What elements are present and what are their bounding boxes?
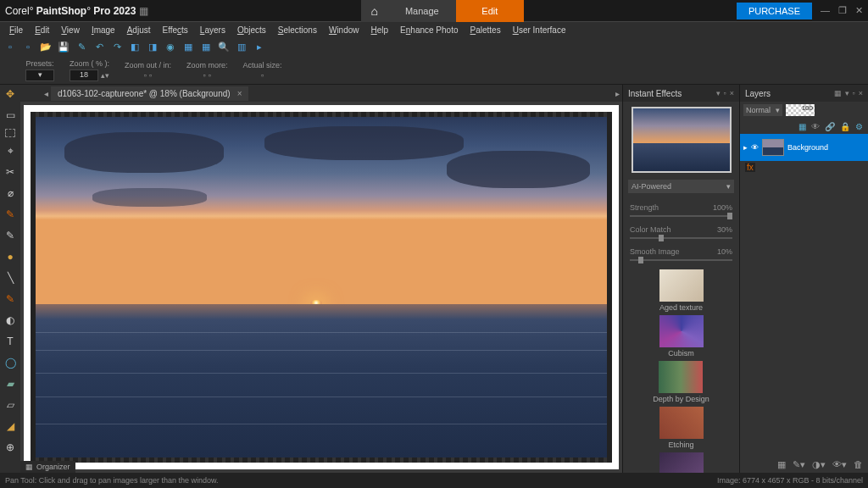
redo-icon[interactable]: ↷ xyxy=(110,40,124,53)
effect-etching[interactable]: Etching xyxy=(659,407,704,449)
colormatch-slider[interactable] xyxy=(630,237,732,239)
zoom-in-icon[interactable]: ▫ xyxy=(149,71,152,80)
aquire-icon[interactable]: ▦ xyxy=(181,40,195,53)
layer-settings-icon[interactable]: ⚙ xyxy=(855,122,863,131)
menu-effects[interactable]: Effects xyxy=(156,24,193,36)
menu-help[interactable]: Help xyxy=(365,24,395,36)
actual-size-icon[interactable]: ▫ xyxy=(261,71,264,80)
open-multi-icon[interactable]: ▫ xyxy=(21,40,35,53)
tab-next[interactable]: ▸ xyxy=(612,89,622,98)
menu-palettes[interactable]: Palettes xyxy=(465,24,507,36)
maximize-icon[interactable]: ❐ xyxy=(838,5,847,16)
zoom-more-out-icon[interactable]: ▫ xyxy=(203,71,206,80)
tab-prev[interactable]: ◂ xyxy=(41,89,51,98)
menu-window[interactable]: Window xyxy=(323,24,365,36)
paintbrush-tool[interactable]: ✎ xyxy=(3,291,18,307)
panel-menu-icon[interactable]: ▾ xyxy=(716,89,721,97)
menu-edit[interactable]: Edit xyxy=(29,24,55,36)
presets-dd[interactable]: ▾ xyxy=(25,69,54,81)
ly-brush-icon[interactable]: ✎▾ xyxy=(793,459,805,470)
seascript-icon[interactable]: ✎ xyxy=(75,40,88,53)
menu-enhance[interactable]: Enhance Photo xyxy=(394,24,464,36)
menu-view[interactable]: View xyxy=(55,24,86,36)
resize-icon[interactable]: ◨ xyxy=(146,40,159,53)
more-icon[interactable]: ▸ xyxy=(253,40,266,53)
zoom-out-icon[interactable]: ▫ xyxy=(144,71,147,80)
stepper-icon[interactable]: ▴▾ xyxy=(101,71,109,80)
lighten-tool[interactable]: ◐ xyxy=(3,313,18,328)
effect-depth-by-design[interactable]: Depth by Design xyxy=(653,361,709,403)
panel-close-icon[interactable]: × xyxy=(730,89,734,97)
menu-selections[interactable]: Selections xyxy=(272,24,323,36)
text-tool[interactable]: T xyxy=(3,334,18,349)
picture-tube-tool[interactable]: ▰ xyxy=(3,376,18,391)
menu-file[interactable]: File xyxy=(3,24,29,36)
canvas[interactable] xyxy=(24,105,619,469)
menu-image[interactable]: Image xyxy=(86,24,121,36)
organizer-tab[interactable]: ▦ Organizer xyxy=(20,461,75,473)
effect-category-dd[interactable]: AI-Powered▾ xyxy=(628,180,734,193)
flood-fill-tool[interactable]: ◢ xyxy=(3,419,18,434)
zoom-more-in-icon[interactable]: ▫ xyxy=(209,71,211,80)
layer-visibility-icon[interactable]: 👁 xyxy=(751,143,759,152)
open-icon[interactable]: 📂 xyxy=(39,40,53,53)
effect-more[interactable] xyxy=(659,452,704,473)
panel-float-icon[interactable]: ▫ xyxy=(724,89,726,97)
layers-close-icon[interactable]: × xyxy=(859,89,863,97)
scratch-tool[interactable]: ╲ xyxy=(3,270,18,286)
ly-new-icon[interactable]: ▦ xyxy=(777,459,786,470)
layers-dd-icon[interactable]: ▾ xyxy=(845,89,849,97)
tab-welcome[interactable]: ⌂ xyxy=(361,0,388,22)
menu-objects[interactable]: Objects xyxy=(231,24,272,36)
blend-mode-dd[interactable]: Normal▾ xyxy=(743,104,782,116)
browse-icon[interactable]: 🔍 xyxy=(217,40,231,53)
layer-background[interactable]: ▸ 👁 Background xyxy=(740,134,868,161)
tab-manage[interactable]: Manage xyxy=(388,0,456,22)
tab-edit[interactable]: Edit xyxy=(456,0,524,22)
ly-mask-icon[interactable]: ◑▾ xyxy=(812,459,826,470)
menu-adjust[interactable]: Adjust xyxy=(121,24,157,36)
layers-menu-icon[interactable]: ▦ xyxy=(834,89,842,97)
eraser-tool[interactable]: ▱ xyxy=(3,397,18,413)
nav-icon[interactable]: ◉ xyxy=(164,40,177,53)
effect-cubism[interactable]: Cubism xyxy=(659,315,704,358)
menu-ui[interactable]: User Interface xyxy=(507,24,572,36)
ly-link2-icon[interactable]: 👁▾ xyxy=(832,459,847,470)
crop-tool[interactable]: ✂ xyxy=(3,164,18,180)
mask-icon[interactable]: fx xyxy=(745,163,755,172)
clone-tool[interactable]: ● xyxy=(3,249,18,264)
redeye-tool[interactable]: ✎ xyxy=(3,207,18,222)
effect-aged-texture[interactable]: Aged texture xyxy=(659,269,704,312)
undo-icon[interactable]: ↶ xyxy=(92,40,106,53)
new-icon[interactable]: ▫ xyxy=(3,40,17,53)
minimize-icon[interactable]: — xyxy=(821,5,830,16)
dropper-tool[interactable]: ⌖ xyxy=(3,143,18,158)
strength-slider[interactable] xyxy=(630,215,732,217)
visibility-icon[interactable]: 👁 xyxy=(811,122,820,131)
document-tab[interactable]: d1063-102-captureone* @ 18% (Background)… xyxy=(51,86,248,101)
ly-delete-icon[interactable]: 🗑 xyxy=(854,459,863,469)
pan-tool[interactable]: ✥ xyxy=(3,86,18,102)
menu-layers[interactable]: Layers xyxy=(194,24,231,36)
purchase-button[interactable]: PURCHASE xyxy=(737,3,812,19)
pick-tool[interactable]: ▭ xyxy=(3,108,18,123)
tab-close-icon[interactable]: × xyxy=(237,89,242,98)
layers-icon[interactable]: ▥ xyxy=(235,40,248,53)
add-tool[interactable]: ⊕ xyxy=(3,440,18,455)
makeover-tool[interactable]: ✎ xyxy=(3,228,18,243)
link-icon[interactable]: 🔗 xyxy=(825,122,835,131)
new-layer-icon[interactable]: ▦ xyxy=(798,122,806,131)
aquire2-icon[interactable]: ▦ xyxy=(199,40,213,53)
organizer-icon[interactable]: ◧ xyxy=(128,40,142,53)
close-icon[interactable]: ✕ xyxy=(855,5,863,16)
selection-tool[interactable] xyxy=(5,129,15,137)
zoom-value[interactable]: 18 xyxy=(70,69,98,81)
shape-tool[interactable]: ◯ xyxy=(3,355,18,370)
smooth-slider[interactable] xyxy=(630,259,732,261)
straighten-tool[interactable]: ⌀ xyxy=(3,186,18,201)
save-icon[interactable]: 💾 xyxy=(57,40,70,53)
layer-expand-icon[interactable]: ▸ xyxy=(743,143,748,152)
opacity-slider[interactable]: 100 xyxy=(786,104,815,116)
layers-float-icon[interactable]: ▫ xyxy=(853,89,855,97)
lock-icon[interactable]: 🔒 xyxy=(840,122,850,131)
